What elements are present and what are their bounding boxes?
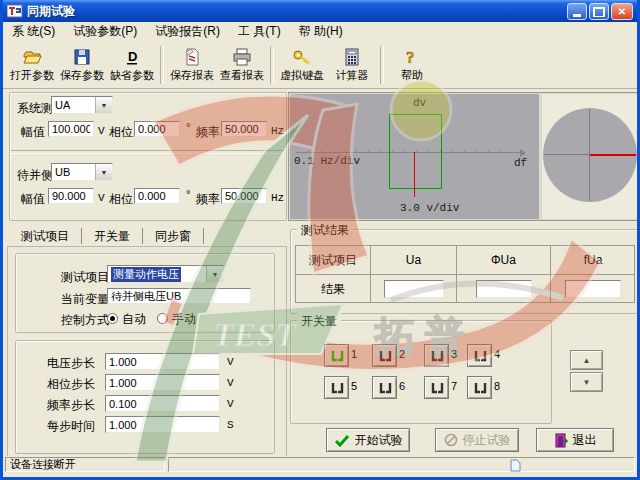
tab-sync-window[interactable]: 同步窗 xyxy=(143,228,204,244)
standby-side-label: 待并侧 xyxy=(17,167,53,184)
switch-button-1[interactable] xyxy=(324,344,349,367)
status-message-panel xyxy=(168,457,635,472)
switch-button-5[interactable] xyxy=(324,376,349,399)
switch-button-8[interactable] xyxy=(467,376,492,399)
switch-button-6[interactable] xyxy=(372,376,397,399)
toolbar-separator xyxy=(160,46,164,84)
standby-amp-input[interactable] xyxy=(48,188,94,204)
system-channel-combo[interactable]: UA ▼ xyxy=(51,96,113,114)
menu-tools[interactable]: 工 具(T) xyxy=(229,23,290,40)
system-freq-input[interactable] xyxy=(221,121,267,137)
step-time-label: 每步时间 xyxy=(47,418,95,435)
menu-bar: 系 统(S) 试验参数(P) 试验报告(R) 工 具(T) 帮 助(H) xyxy=(3,22,637,42)
chevron-down-icon[interactable]: ▼ xyxy=(206,266,223,282)
contact-icon xyxy=(472,349,488,363)
contact-icon xyxy=(429,349,445,363)
current-variable-input[interactable] xyxy=(107,288,251,304)
maximize-icon xyxy=(593,7,605,17)
save-floppy-icon xyxy=(72,47,92,67)
contact-icon xyxy=(377,381,393,395)
minimize-button[interactable] xyxy=(567,3,587,20)
toolbar-default-params-button[interactable]: D 缺省参数 xyxy=(107,44,157,86)
switch-label-7: 7 xyxy=(451,380,457,392)
chevron-down-icon[interactable]: ▼ xyxy=(95,97,112,113)
toolbar-save-report-button[interactable]: 保存报表 xyxy=(167,44,217,86)
results-header-f-ua: fUa xyxy=(551,246,635,275)
scope-panel: dv df 0.1 Hz/div 3.0 v/div xyxy=(288,92,640,221)
menu-system[interactable]: 系 统(S) xyxy=(3,23,64,40)
results-header-phi-ua: ΦUa xyxy=(457,246,551,275)
switches-group-label: 开关量 xyxy=(297,313,341,330)
voltage-step-input[interactable] xyxy=(105,353,220,370)
status-bar: 设备连接断开 xyxy=(3,456,637,474)
phase-step-input[interactable] xyxy=(105,374,220,391)
scroll-up-button[interactable]: ▲ xyxy=(570,350,603,370)
contact-icon xyxy=(429,381,445,395)
auto-radio[interactable] xyxy=(107,313,118,324)
toolbar-view-report-button[interactable]: 查看报表 xyxy=(217,44,267,86)
test-item-combo[interactable]: 测量动作电压 ▼ xyxy=(107,265,224,283)
toolbar-separator xyxy=(380,46,384,84)
tab-test-items[interactable]: 测试项目 xyxy=(9,228,82,244)
step-time-input[interactable] xyxy=(105,416,220,433)
results-header-item: 测试项目 xyxy=(296,246,371,275)
manual-radio[interactable] xyxy=(157,313,168,324)
result-phi-ua-input[interactable] xyxy=(476,280,532,298)
signal-divider xyxy=(11,150,283,154)
switch-button-3[interactable] xyxy=(424,344,449,367)
contact-icon xyxy=(329,381,345,395)
sync-window-rect xyxy=(389,114,442,189)
toolbar-open-params-button[interactable]: 打开参数 xyxy=(7,44,57,86)
freq-step-label: 频率步长 xyxy=(47,397,95,414)
system-phase-unit: ° xyxy=(185,122,192,134)
scroll-down-button[interactable]: ▼ xyxy=(570,372,603,392)
standby-channel-combo[interactable]: UB ▼ xyxy=(51,163,113,181)
menu-test-report[interactable]: 试验报告(R) xyxy=(146,23,229,40)
system-phase-input[interactable] xyxy=(134,121,180,137)
close-button[interactable]: ✕ xyxy=(611,3,633,20)
stop-icon xyxy=(444,433,458,447)
results-group-label: 测试结果 xyxy=(297,222,353,239)
standby-freq-input[interactable] xyxy=(221,188,267,204)
printer-icon xyxy=(232,47,252,67)
toolbar-virtual-keyboard-button[interactable]: 虚拟键盘 xyxy=(277,44,327,86)
menu-help[interactable]: 帮 助(H) xyxy=(290,23,352,40)
synchroscope-needle xyxy=(590,154,636,156)
down-arrow-icon: ▼ xyxy=(583,378,591,387)
switch-button-2[interactable] xyxy=(372,344,397,367)
toolbar-help-button[interactable]: ? 帮助 xyxy=(387,44,437,86)
freq-step-input[interactable] xyxy=(105,395,220,412)
exit-button[interactable]: 退出 xyxy=(536,428,614,452)
switch-button-7[interactable] xyxy=(424,376,449,399)
operating-point-marker xyxy=(414,152,415,197)
switch-button-4[interactable] xyxy=(467,344,492,367)
maximize-button[interactable] xyxy=(589,3,609,20)
system-side-label: 系统测 xyxy=(17,100,53,117)
chevron-down-icon[interactable]: ▼ xyxy=(95,164,112,180)
key-icon xyxy=(292,47,312,67)
standby-amp-unit: V xyxy=(98,192,105,204)
df-axis-arrow-icon xyxy=(520,149,526,157)
results-table: 测试项目 Ua ΦUa fUa 结果 xyxy=(295,245,635,303)
auto-radio-label: 自动 xyxy=(122,311,146,328)
switch-label-1: 1 xyxy=(351,348,357,360)
toolbar-save-params-button[interactable]: 保存参数 xyxy=(57,44,107,86)
open-folder-icon xyxy=(22,47,42,67)
standby-phase-label: 相位 xyxy=(109,191,133,208)
test-item-label: 测试项目 xyxy=(61,269,109,286)
toolbar-calculator-button[interactable]: 计算器 xyxy=(327,44,377,86)
tab-switches[interactable]: 开关量 xyxy=(82,228,143,244)
app-icon xyxy=(7,4,23,18)
result-f-ua-input[interactable] xyxy=(565,280,621,298)
menu-test-params[interactable]: 试验参数(P) xyxy=(64,23,146,40)
result-ua-input[interactable] xyxy=(384,280,444,298)
stop-test-button[interactable]: 停止试验 xyxy=(435,428,519,452)
synchroscope xyxy=(542,94,638,219)
help-icon: ? xyxy=(402,47,422,67)
system-amp-input[interactable] xyxy=(48,121,94,137)
standby-phase-input[interactable] xyxy=(134,188,180,204)
minimize-icon xyxy=(573,14,581,17)
switch-label-4: 4 xyxy=(494,348,500,360)
switch-label-5: 5 xyxy=(351,380,357,392)
start-test-button[interactable]: 开始试验 xyxy=(326,428,410,452)
